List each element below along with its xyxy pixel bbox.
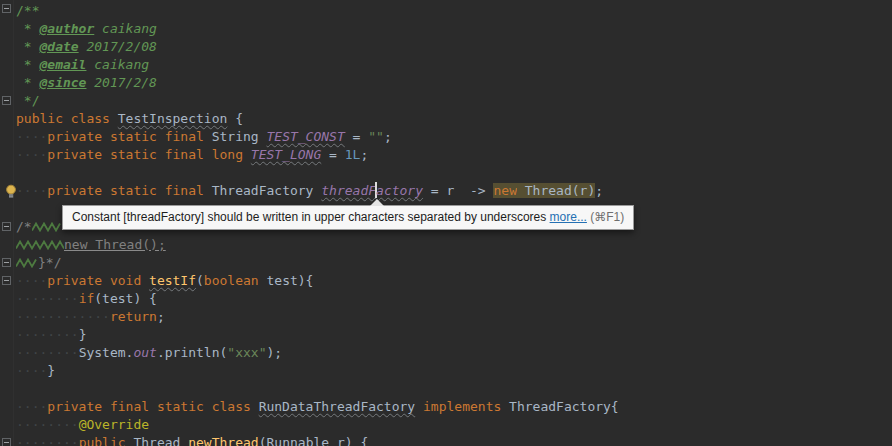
code-line[interactable]: ····private final static class RunDataTh… (16, 398, 892, 416)
code-line[interactable]: * @email caikang (16, 56, 892, 74)
code-line[interactable] (16, 380, 892, 398)
code-token: = (321, 147, 344, 162)
fold-marker[interactable] (2, 96, 11, 105)
code-token: threadF (321, 183, 376, 198)
code-token: "xxx" (227, 345, 266, 360)
code-token: new (493, 183, 516, 198)
code-token: ···· (16, 273, 47, 288)
code-editor[interactable]: /** * @author caikang * @date 2017/2/08 … (0, 0, 892, 446)
code-token: = (345, 129, 368, 144)
code-token: public class (16, 111, 118, 126)
code-token: } (79, 327, 87, 342)
code-token: ; (384, 129, 392, 144)
code-token: } (47, 363, 55, 378)
code-line[interactable]: new Thread(); (16, 236, 892, 254)
code-line[interactable]: ········System.out.println("xxx"); (16, 344, 892, 362)
code-line[interactable]: ········@Override (16, 416, 892, 434)
fold-marker[interactable] (2, 276, 11, 285)
code-token: if (79, 291, 95, 306)
code-token: 2017/2/08 (79, 39, 157, 54)
code-token: * (16, 21, 39, 36)
code-token: implements (415, 399, 509, 414)
code-token: @date (39, 39, 78, 54)
code-line[interactable]: ········} (16, 326, 892, 344)
code-token: caikang (94, 21, 157, 36)
code-token: Thread (133, 435, 188, 446)
code-token: @since (39, 75, 86, 90)
code-token: ···· (16, 129, 47, 144)
code-token: { (227, 111, 243, 126)
code-line[interactable]: ····} (16, 362, 892, 380)
code-token: /** (16, 3, 39, 18)
code-line[interactable]: public class TestInspection { (16, 110, 892, 128)
code-line[interactable]: * @since 2017/2/8 (16, 74, 892, 92)
code-token: caikang (86, 57, 149, 72)
code-token: ········ (16, 435, 79, 446)
tooltip-shortcut: (⌘F1) (587, 210, 624, 224)
code-token: System. (79, 345, 134, 360)
code-token: ; (157, 309, 165, 324)
code-token: "" (368, 129, 384, 144)
code-token: 2017/2/8 (86, 75, 156, 90)
code-line[interactable] (16, 164, 892, 182)
code-token: 1L (345, 147, 361, 162)
commented-code-squiggle (16, 258, 38, 268)
code-line[interactable]: * @date 2017/2/08 (16, 38, 892, 56)
code-token: boolean (204, 273, 259, 288)
code-token: * (16, 39, 39, 54)
code-token: ThreadFactory (212, 183, 322, 198)
fold-marker[interactable] (2, 258, 11, 267)
code-token: @Override (79, 417, 149, 432)
gutter[interactable] (0, 0, 14, 446)
code-token: ; (595, 183, 603, 198)
code-token: Thread(r) (517, 183, 595, 198)
code-token: ThreadFactory{ (509, 399, 619, 414)
code-token: RunDataThreadFactory (259, 399, 416, 414)
code-token: return (110, 309, 157, 324)
fold-marker[interactable] (2, 438, 11, 446)
code-token: private static final long (47, 147, 251, 162)
code-line[interactable]: ············return; (16, 308, 892, 326)
code-token: private void (47, 273, 149, 288)
code-token: = r -> (423, 183, 493, 198)
commented-code-squiggle (16, 240, 64, 250)
code-line[interactable]: ····private void testIf(boolean test){ (16, 272, 892, 290)
code-line[interactable]: ········public Thread newThread(Runnable… (16, 434, 892, 446)
code-token: ···· (16, 147, 47, 162)
code-line[interactable]: * @author caikang (16, 20, 892, 38)
code-token: actory (376, 183, 423, 198)
code-token: test){ (259, 273, 314, 288)
code-token: (test) { (94, 291, 157, 306)
code-token: out (133, 345, 156, 360)
code-token: newThread (188, 435, 258, 446)
code-line[interactable]: /** (16, 2, 892, 20)
tooltip-arrow-icon (370, 199, 384, 206)
code-line[interactable]: }*/ (16, 254, 892, 272)
code-line[interactable]: ····private static final long TEST_LONG … (16, 146, 892, 164)
code-token: ········ (16, 345, 79, 360)
code-token: /* (16, 219, 32, 234)
code-token: ············ (16, 309, 110, 324)
fold-marker[interactable] (2, 4, 11, 13)
intention-bulb-icon[interactable] (4, 184, 18, 199)
code-token: TestInspection (118, 111, 228, 126)
code-line[interactable]: */ (16, 92, 892, 110)
code-token: ···· (16, 363, 47, 378)
code-token: ········ (16, 327, 79, 342)
code-line[interactable]: ····private static final String TEST_CON… (16, 128, 892, 146)
code-token: private static final (47, 129, 211, 144)
code-token: ; (360, 147, 368, 162)
code-token: * (16, 75, 39, 90)
code-token: (Runnable r) { (259, 435, 369, 446)
code-token: @author (39, 21, 94, 36)
code-token: ···· (16, 183, 47, 198)
code-line[interactable]: ········if(test) { (16, 290, 892, 308)
tooltip-more-link[interactable]: more... (550, 210, 587, 224)
code-token: }*/ (38, 255, 61, 270)
code-token: private static final (47, 183, 211, 198)
code-token: TEST_CONST (266, 129, 344, 144)
code-line[interactable]: ····private static final ThreadFactory t… (16, 182, 892, 200)
code-token: ( (196, 273, 204, 288)
code-token: new Thread(); (64, 237, 166, 252)
fold-marker[interactable] (2, 222, 11, 231)
